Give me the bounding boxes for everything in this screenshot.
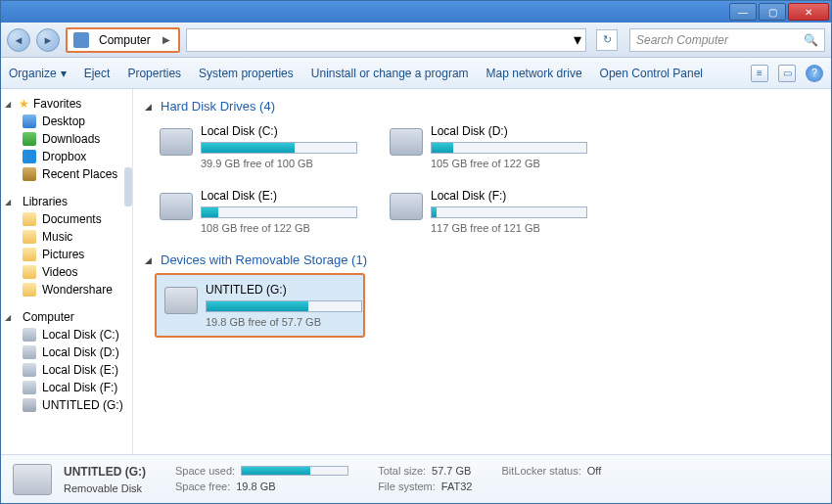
hdd-header-label: Hard Disk Drives (4): [161, 99, 275, 114]
drive-name: Local Disk (E:): [201, 189, 360, 203]
explorer-window: — ▢ ✕ ◄ ► Computer ▶ ▾ ↻ Search Computer…: [0, 0, 832, 504]
sidebar-item-label: Local Disk (C:): [42, 328, 119, 342]
content-pane: ◢ Hard Disk Drives (4) Local Disk (C:) 3…: [133, 89, 831, 454]
refresh-button[interactable]: ↻: [596, 29, 618, 51]
computer-icon: [73, 32, 89, 48]
sidebar-libraries-header[interactable]: ◢ Libraries: [1, 193, 132, 210]
sidebar-item-label: Local Disk (E:): [42, 363, 118, 377]
maximize-button[interactable]: ▢: [759, 3, 786, 21]
sidebar-item-label: Desktop: [42, 115, 85, 128]
sidebar-item-label: Wondershare: [42, 283, 113, 297]
folder-icon: [23, 265, 36, 279]
sidebar-item-label: UNTITLED (G:): [42, 398, 123, 412]
sidebar-item-desktop[interactable]: Desktop: [1, 113, 132, 130]
usage-bar: [201, 206, 357, 218]
help-icon[interactable]: ?: [806, 65, 823, 82]
star-icon: ★: [19, 97, 29, 111]
search-icon[interactable]: 🔍: [804, 33, 818, 47]
space-used-label: Space used:: [175, 465, 235, 477]
sidebar-item-recent[interactable]: Recent Places: [1, 165, 132, 183]
sidebar-item-drive-e[interactable]: Local Disk (E:): [1, 361, 132, 379]
sidebar-computer-header[interactable]: ◢ Computer: [1, 308, 132, 326]
bitlocker-value: Off: [587, 465, 601, 477]
preview-pane-icon[interactable]: ▭: [778, 65, 796, 82]
nav-back-button[interactable]: ◄: [7, 28, 30, 52]
sidebar-item-documents[interactable]: Documents: [1, 210, 132, 228]
sidebar-item-drive-c[interactable]: Local Disk (C:): [1, 326, 132, 344]
drive-e[interactable]: Local Disk (E:) 108 GB free of 122 GB: [155, 184, 365, 239]
drive-free-text: 19.8 GB free of 57.7 GB: [206, 316, 362, 328]
usage-bar: [201, 142, 357, 154]
drive-name: Local Disk (F:): [431, 189, 590, 203]
sidebar-item-drive-f[interactable]: Local Disk (F:): [1, 379, 132, 396]
hdd-group-header[interactable]: ◢ Hard Disk Drives (4): [145, 99, 819, 114]
close-button[interactable]: ✕: [788, 3, 829, 21]
view-options-icon[interactable]: ≡: [751, 65, 768, 82]
sidebar-item-label: Documents: [42, 212, 102, 226]
drive-free-text: 117 GB free of 121 GB: [431, 222, 590, 234]
sidebar-item-label: Music: [42, 230, 72, 244]
sidebar-item-label: Recent Places: [42, 167, 117, 181]
sidebar-item-label: Pictures: [42, 248, 84, 261]
sidebar-scrollbar[interactable]: [124, 167, 132, 206]
details-name: UNTITLED (G:): [64, 465, 146, 479]
organize-button[interactable]: Organize ▾: [9, 67, 67, 80]
uninstall-button[interactable]: Uninstall or change a program: [311, 67, 469, 80]
drive-name: Local Disk (C:): [201, 124, 360, 138]
eject-button[interactable]: Eject: [84, 67, 111, 80]
nav-forward-button[interactable]: ►: [36, 28, 60, 52]
address-bar-highlighted[interactable]: Computer ▶: [66, 27, 180, 53]
drive-name: Local Disk (D:): [431, 124, 590, 138]
usage-fill: [202, 207, 218, 217]
desktop-icon: [23, 115, 36, 128]
properties-button[interactable]: Properties: [127, 67, 181, 80]
space-free-label: Space free:: [175, 481, 230, 492]
collapse-icon: ◢: [5, 313, 15, 322]
sidebar-item-label: Downloads: [42, 132, 100, 146]
system-properties-button[interactable]: System properties: [199, 67, 294, 80]
favorites-label: Favorites: [33, 97, 81, 111]
sidebar-item-music[interactable]: Music: [1, 228, 132, 246]
sidebar-item-downloads[interactable]: Downloads: [1, 130, 132, 148]
control-panel-button[interactable]: Open Control Panel: [600, 67, 703, 80]
drive-info: UNTITLED (G:) 19.8 GB free of 57.7 GB: [206, 283, 362, 328]
removable-group-header[interactable]: ◢ Devices with Removable Storage (1): [145, 252, 819, 267]
details-type: Removable Disk: [64, 482, 142, 494]
hdd-icon: [160, 193, 193, 220]
drive-c[interactable]: Local Disk (C:) 39.9 GB free of 100 GB: [155, 119, 365, 174]
address-location: Computer: [93, 33, 157, 47]
drive-g-selected[interactable]: UNTITLED (G:) 19.8 GB free of 57.7 GB: [155, 273, 365, 338]
breadcrumb-arrow-icon[interactable]: ▶: [157, 34, 176, 45]
collapse-icon: ◢: [5, 198, 15, 206]
sidebar-item-dropbox[interactable]: Dropbox: [1, 148, 132, 165]
address-dropdown-icon[interactable]: ▾: [574, 30, 581, 49]
toolbar-icons: ≡ ▭ ?: [751, 65, 823, 82]
command-bar: Organize ▾ Eject Properties System prope…: [1, 58, 831, 89]
search-input[interactable]: Search Computer 🔍: [629, 28, 825, 52]
hdd-list: Local Disk (C:) 39.9 GB free of 100 GB L…: [155, 119, 819, 239]
chevron-down-icon: ▾: [61, 67, 67, 80]
hdd-icon: [390, 128, 423, 156]
sidebar-item-drive-d[interactable]: Local Disk (D:): [1, 344, 132, 361]
titlebar: — ▢ ✕: [1, 1, 831, 23]
details-usage-fill: [242, 467, 310, 475]
sidebar-item-label: Videos: [42, 265, 77, 279]
drive-d[interactable]: Local Disk (D:) 105 GB free of 122 GB: [385, 119, 595, 174]
sidebar-item-pictures[interactable]: Pictures: [1, 246, 132, 263]
drive-icon: [23, 381, 36, 394]
details-columns: UNTITLED (G:) Removable Disk Space used:…: [64, 465, 601, 494]
address-bar-extension[interactable]: ▾: [186, 28, 586, 52]
downloads-icon: [23, 132, 36, 146]
drive-f[interactable]: Local Disk (F:) 117 GB free of 121 GB: [385, 184, 595, 239]
sidebar-item-wondershare[interactable]: Wondershare: [1, 281, 132, 298]
sidebar-favorites-header[interactable]: ◢ ★ Favorites: [1, 95, 132, 113]
usage-fill: [207, 301, 308, 311]
minimize-button[interactable]: —: [729, 3, 757, 21]
sidebar-item-label: Local Disk (D:): [42, 345, 119, 359]
drive-icon: [23, 363, 36, 377]
sidebar-item-videos[interactable]: Videos: [1, 263, 132, 281]
map-drive-button[interactable]: Map network drive: [486, 67, 582, 80]
sidebar-item-drive-g[interactable]: UNTITLED (G:): [1, 396, 132, 414]
bitlocker-label: BitLocker status:: [501, 465, 580, 477]
libraries-label: Libraries: [23, 195, 68, 208]
